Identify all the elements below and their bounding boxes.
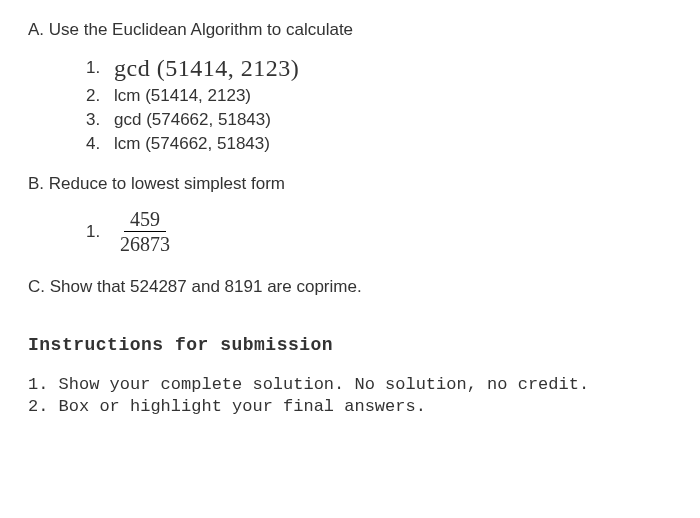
fraction: 459 26873 [114,208,176,255]
list-item-text: lcm (574662, 51843) [114,134,270,154]
list-item-number: 1. [86,58,114,78]
instructions-section: Instructions for submission 1. Show your… [28,335,672,416]
instruction-item: 1. Show your complete solution. No solut… [28,375,672,394]
list-item-text: gcd (51414, 2123) [114,55,299,82]
list-item-text: gcd (574662, 51843) [114,110,271,130]
list-item-text: lcm (51414, 2123) [114,86,251,106]
section-a-list: 1. gcd (51414, 2123) 2. lcm (51414, 2123… [86,54,672,154]
list-item-number: 4. [86,134,114,154]
list-item: 1. 459 26873 [86,208,672,255]
instructions-header: Instructions for submission [28,335,672,355]
section-a: A. Use the Euclidean Algorithm to calcul… [28,20,672,154]
fraction-denominator: 26873 [114,232,176,255]
list-item: 2. lcm (51414, 2123) [86,86,672,106]
list-item-number: 1. [86,222,114,242]
list-item: 4. lcm (574662, 51843) [86,134,672,154]
list-item-number: 3. [86,110,114,130]
section-c: C. Show that 524287 and 8191 are coprime… [28,277,672,297]
section-b-header: B. Reduce to lowest simplest form [28,174,672,194]
section-b: B. Reduce to lowest simplest form 1. 459… [28,174,672,255]
list-item: 1. gcd (51414, 2123) [86,54,672,82]
section-c-header: C. Show that 524287 and 8191 are coprime… [28,277,672,297]
fraction-numerator: 459 [124,208,166,232]
section-b-list: 1. 459 26873 [86,208,672,255]
instructions-list: 1. Show your complete solution. No solut… [28,375,672,416]
list-item: 3. gcd (574662, 51843) [86,110,672,130]
list-item-number: 2. [86,86,114,106]
instruction-item: 2. Box or highlight your final answers. [28,397,672,416]
section-a-header: A. Use the Euclidean Algorithm to calcul… [28,20,672,40]
